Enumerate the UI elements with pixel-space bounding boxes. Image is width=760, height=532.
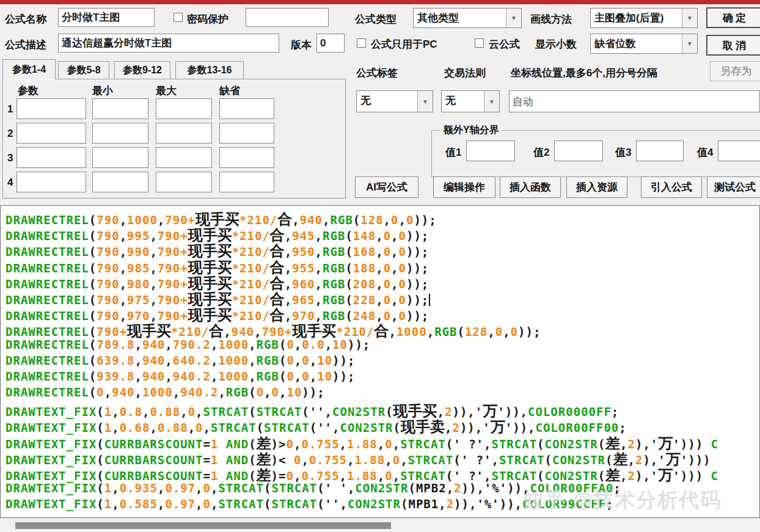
code-token: ( bbox=[457, 325, 464, 338]
code-token: ( bbox=[264, 497, 271, 511]
code-token: RGB bbox=[323, 277, 345, 291]
cloud-formula-checkbox[interactable] bbox=[475, 38, 484, 48]
code-token: (MPB1, bbox=[401, 497, 447, 511]
password-input[interactable] bbox=[246, 8, 329, 27]
code-token: , bbox=[120, 309, 127, 322]
param-default-input-row2[interactable] bbox=[219, 123, 274, 144]
test-formula-button[interactable]: 测试公式 bbox=[707, 177, 760, 198]
code-token: 0.8 bbox=[120, 405, 142, 418]
draw-method-select[interactable]: 主图叠加(后置) ▼ bbox=[590, 8, 698, 28]
code-token: AND bbox=[226, 469, 249, 483]
param-default-input-row1[interactable] bbox=[219, 98, 274, 119]
tab-params-13-16[interactable]: 参数13-16 bbox=[175, 61, 244, 79]
chevron-down-icon[interactable]: ▼ bbox=[682, 34, 697, 53]
import-formula-button[interactable]: 引入公式 bbox=[641, 177, 702, 198]
coord-line-label: 坐标线位置,最多6个,用分号分隔 bbox=[511, 66, 657, 80]
code-token: *210/ bbox=[232, 229, 270, 242]
code-token: , bbox=[211, 354, 218, 367]
param-min-input-row2[interactable] bbox=[92, 123, 148, 144]
password-protect-checkbox[interactable] bbox=[174, 13, 183, 22]
code-token: ( bbox=[89, 325, 97, 338]
param-name-input-row2[interactable] bbox=[16, 123, 86, 144]
y-value1-input[interactable] bbox=[466, 140, 515, 161]
param-max-input-row2[interactable] bbox=[156, 123, 212, 144]
param-min-input-row1[interactable] bbox=[92, 98, 148, 119]
text-cursor bbox=[429, 294, 430, 306]
code-token: COLOR00FF00 bbox=[535, 421, 619, 434]
formula-type-select[interactable]: 其他类型 ▼ bbox=[413, 8, 522, 28]
pc-only-checkbox[interactable] bbox=[357, 38, 366, 48]
code-token: ( bbox=[605, 453, 613, 467]
code-token: 980 bbox=[127, 277, 150, 291]
chevron-down-icon[interactable]: ▼ bbox=[417, 91, 433, 112]
code-token: ( bbox=[385, 405, 393, 418]
param-min-input-row3[interactable] bbox=[92, 147, 148, 168]
code-token: CURRBARSCOUNT bbox=[104, 469, 203, 483]
code-token: , bbox=[376, 245, 383, 258]
formula-desc-input[interactable] bbox=[58, 34, 279, 53]
horizontal-scrollbar[interactable] bbox=[0, 519, 760, 532]
param-max-input-row3[interactable] bbox=[156, 147, 212, 168]
trade-rule-select[interactable]: 无 ▼ bbox=[441, 90, 500, 112]
code-token: ( bbox=[345, 229, 353, 242]
scrollbar-thumb[interactable] bbox=[15, 522, 391, 529]
code-token: , bbox=[315, 245, 323, 258]
ok-button[interactable]: 确 定 bbox=[706, 7, 760, 28]
formula-name-input[interactable] bbox=[58, 8, 155, 27]
code-token: 790+ bbox=[158, 261, 188, 275]
param-default-input-row4[interactable] bbox=[219, 172, 274, 192]
code-token: *210/ bbox=[232, 293, 270, 307]
code-editor[interactable]: DRAWRECTREL(790,1000,790+现手买*210/合,940,R… bbox=[0, 205, 760, 518]
param-name-input-row3[interactable] bbox=[16, 147, 86, 168]
code-token: ( bbox=[598, 437, 605, 451]
coord-line-input[interactable] bbox=[509, 90, 760, 112]
code-token: '))) bbox=[673, 469, 711, 483]
code-token: *210/ bbox=[336, 325, 374, 338]
code-token: , bbox=[294, 338, 302, 351]
param-name-input-row4[interactable] bbox=[16, 172, 86, 192]
code-token: 790+ bbox=[158, 245, 188, 258]
save-as-button[interactable]: 另存为 bbox=[710, 61, 760, 81]
ai-write-formula-button[interactable]: AI写公式 bbox=[355, 177, 418, 198]
chevron-down-icon[interactable]: ▼ bbox=[682, 9, 697, 27]
version-input[interactable] bbox=[316, 34, 345, 53]
param-min-input-row4[interactable] bbox=[92, 172, 148, 192]
code-token: 790+ bbox=[158, 277, 188, 291]
edit-operations-button[interactable]: 编辑操作 bbox=[433, 177, 495, 198]
code-token: , bbox=[150, 309, 157, 322]
code-token: ( bbox=[89, 370, 97, 383]
y-value4-input[interactable] bbox=[718, 140, 760, 161]
param-default-input-row3[interactable] bbox=[219, 147, 274, 168]
tab-params-5-8[interactable]: 参数5-8 bbox=[58, 61, 109, 79]
chevron-down-icon[interactable]: ▼ bbox=[484, 91, 499, 112]
code-token: DRAWTEXT_FIX bbox=[5, 405, 97, 418]
code-token: ),' bbox=[635, 469, 658, 483]
code-token: 1000 bbox=[218, 370, 249, 383]
param-max-input-row1[interactable] bbox=[156, 98, 212, 119]
chevron-down-icon[interactable]: ▼ bbox=[506, 9, 521, 27]
y-value2-input[interactable] bbox=[554, 140, 603, 161]
param-col-header: 缺省 bbox=[219, 84, 240, 98]
formula-tag-select[interactable]: 无 ▼ bbox=[356, 90, 433, 112]
code-token: 0.0 bbox=[302, 338, 324, 351]
code-token: DRAWRECTREL bbox=[5, 370, 89, 383]
insert-function-button[interactable]: 插入函数 bbox=[500, 177, 561, 198]
decimals-select[interactable]: 缺省位数 ▼ bbox=[590, 34, 698, 54]
code-token: 0 bbox=[399, 309, 406, 322]
code-token: ( bbox=[353, 213, 360, 227]
code-token: )); bbox=[518, 325, 541, 338]
code-token: 955 bbox=[292, 261, 315, 275]
tab-params-9-12[interactable]: 参数9-12 bbox=[114, 61, 170, 79]
code-token: DRAWRECTREL bbox=[5, 245, 89, 258]
tab-params-1-4[interactable]: 参数1-4 bbox=[2, 59, 56, 79]
code-token: , bbox=[203, 421, 211, 434]
param-col-header: 最大 bbox=[156, 84, 177, 98]
insert-resource-button[interactable]: 插入资源 bbox=[566, 177, 627, 198]
y-value3-input[interactable] bbox=[636, 140, 684, 161]
code-token: 995 bbox=[127, 229, 150, 242]
code-token: ( bbox=[97, 481, 104, 495]
param-name-input-row1[interactable] bbox=[16, 98, 86, 119]
code-token: 0 bbox=[384, 309, 391, 322]
cancel-button[interactable]: 取 消 bbox=[706, 35, 760, 56]
param-max-input-row4[interactable] bbox=[156, 172, 212, 192]
